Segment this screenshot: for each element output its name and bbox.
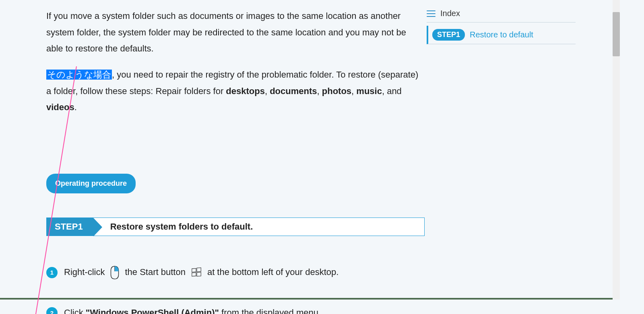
sep: ,	[351, 86, 356, 96]
step1-title: Restore system folders to default.	[93, 218, 424, 236]
index-step1-chip: STEP1	[432, 29, 465, 41]
folder-photos: photos	[322, 86, 351, 96]
instruction-1: 1 Right-click the Start button at the bo…	[46, 264, 419, 281]
mouse-icon	[109, 265, 121, 281]
instruction-1-number: 1	[46, 267, 58, 278]
folder-desktops: desktops	[226, 86, 265, 96]
index-sidebar: Index STEP1 Restore to default	[427, 9, 576, 44]
scrollbar-thumb[interactable]	[613, 12, 620, 56]
step1-badge: STEP1	[47, 218, 93, 236]
folder-documents: documents	[270, 86, 317, 96]
index-item-step1[interactable]: STEP1 Restore to default	[427, 26, 576, 44]
svg-rect-0	[192, 268, 196, 272]
index-header: Index	[427, 9, 576, 23]
windows-icon	[190, 266, 203, 279]
highlighted-japanese-text: そのような場合	[46, 70, 112, 80]
instruction-1-text-b: the Start button	[125, 264, 185, 281]
intro-paragraph-1: If you move a system folder such as docu…	[46, 8, 419, 57]
step1-header: STEP1 Restore system folders to default.	[46, 218, 425, 236]
instruction-2-text: Click "Windows PowerShell (Admin)" from …	[64, 305, 321, 314]
index-step1-link: Restore to default	[470, 30, 533, 39]
intro-end: .	[74, 102, 77, 112]
menu-icon	[427, 10, 436, 17]
index-title: Index	[440, 9, 460, 18]
sep: ,	[265, 86, 270, 96]
sep: ,	[317, 86, 322, 96]
svg-rect-1	[197, 268, 201, 272]
main-column: If you move a system folder such as docu…	[0, 0, 427, 298]
scrollbar-track[interactable]	[613, 0, 620, 300]
operating-procedure-pill: Operating procedure	[46, 174, 136, 193]
svg-rect-3	[197, 272, 201, 276]
instruction-1-text-c: at the bottom left of your desktop.	[207, 264, 339, 281]
intro-paragraph-2: そのような場合, you need to repair the registry…	[46, 67, 419, 116]
instruction-2: 2 Click "Windows PowerShell (Admin)" fro…	[46, 305, 419, 314]
instruction-2-quote: "Windows PowerShell (Admin)"	[86, 308, 219, 314]
instruction-2-b: from the displayed menu.	[219, 308, 321, 314]
instruction-2-number: 2	[46, 307, 58, 314]
instruction-2-a: Click	[64, 308, 86, 314]
folder-music: music	[356, 86, 382, 96]
instruction-1-text-a: Right-click	[64, 264, 105, 281]
folder-videos: videos	[46, 102, 74, 112]
page-container: If you move a system folder such as docu…	[0, 0, 620, 300]
svg-rect-2	[192, 273, 196, 276]
sep: , and	[382, 86, 402, 96]
